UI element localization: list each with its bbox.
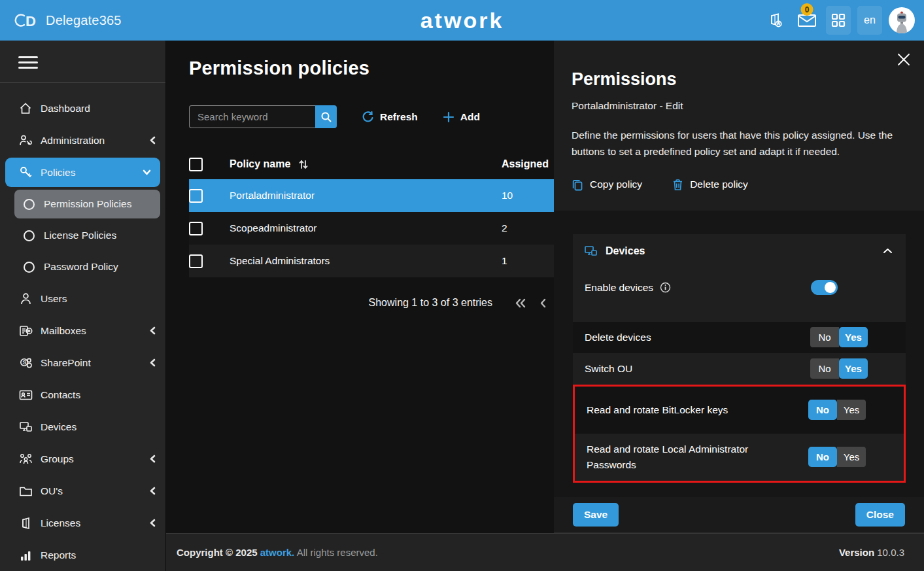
sharepoint-icon: S xyxy=(18,356,33,370)
table-row[interactable]: Portaladministrator 10 xyxy=(189,179,554,212)
yes-button[interactable]: Yes xyxy=(839,358,868,379)
groups-icon xyxy=(18,453,33,465)
yes-button[interactable]: Yes xyxy=(839,327,868,347)
search-input[interactable] xyxy=(189,105,315,128)
delete-policy-button[interactable]: Delete policy xyxy=(672,179,748,191)
switch-ou-row: Switch OU No Yes xyxy=(573,353,906,385)
save-button[interactable]: Save xyxy=(573,503,619,527)
radio-circle-icon xyxy=(24,199,35,210)
atwork-link[interactable]: atwork. xyxy=(260,547,295,558)
contact-card-icon xyxy=(18,389,33,401)
user-icon xyxy=(18,292,33,305)
pagination-prev-icon[interactable] xyxy=(539,298,546,308)
close-button[interactable]: Close xyxy=(855,503,905,527)
select-all-checkbox[interactable] xyxy=(189,158,203,171)
sidebar-item-groups[interactable]: Groups xyxy=(0,443,165,475)
row-checkbox[interactable] xyxy=(189,254,203,268)
laps-segmented: No Yes xyxy=(808,447,866,467)
atwork-logo: atwork xyxy=(420,8,504,33)
chevron-left-icon xyxy=(149,326,156,335)
switch-ou-segmented: No Yes xyxy=(810,358,868,379)
no-button[interactable]: No xyxy=(810,327,839,347)
no-button[interactable]: No xyxy=(808,400,837,420)
chevron-up-icon xyxy=(883,247,893,254)
refresh-button[interactable]: Refresh xyxy=(362,111,418,123)
column-assigned: Assigned xyxy=(502,158,554,170)
apps-grid-button[interactable] xyxy=(826,6,851,35)
sidebar-item-licenses[interactable]: Licenses xyxy=(0,507,165,539)
sidebar-item-sharepoint[interactable]: S SharePoint xyxy=(0,347,165,379)
switch-ou-label: Switch OU xyxy=(585,361,632,376)
sort-icon[interactable] xyxy=(298,159,309,170)
panel-title: Permissions xyxy=(572,69,906,90)
yes-button[interactable]: Yes xyxy=(837,400,866,420)
folder-icon xyxy=(18,485,33,497)
key-icon xyxy=(18,165,33,179)
entries-summary: Showing 1 to 3 of 3 entries xyxy=(369,297,492,309)
search-button[interactable] xyxy=(315,105,337,128)
app-brand[interactable]: D Delegate365 xyxy=(13,10,122,30)
bitlocker-keys-segmented: No Yes xyxy=(808,400,866,420)
sidebar-item-reports[interactable]: Reports xyxy=(0,539,165,571)
reports-icon xyxy=(18,549,33,561)
sidebar-item-ous[interactable]: OU's xyxy=(0,475,165,507)
enable-devices-toggle[interactable] xyxy=(811,280,838,295)
office-portal-icon xyxy=(767,12,784,29)
chevron-down-icon xyxy=(143,169,151,176)
brand-name: Delegate365 xyxy=(46,13,122,28)
delete-devices-row: Delete devices No Yes xyxy=(573,322,906,353)
devices-icon xyxy=(18,421,33,433)
sidebar-item-dashboard[interactable]: Dashboard xyxy=(0,92,165,124)
add-button[interactable]: Add xyxy=(443,111,480,123)
bitlocker-keys-row: Read and rotate BitLocker keys No Yes xyxy=(575,387,904,434)
no-button[interactable]: No xyxy=(810,358,839,379)
page-title: Permission policies xyxy=(189,58,554,79)
copy-icon xyxy=(572,179,583,191)
search-icon xyxy=(320,111,332,123)
sidebar-item-contacts[interactable]: Contacts xyxy=(0,379,165,411)
devices-card: Devices Enable devices D xyxy=(573,234,906,483)
user-avatar[interactable] xyxy=(889,7,915,33)
menu-toggle-button[interactable] xyxy=(18,56,38,72)
search-group xyxy=(189,105,337,128)
plus-icon xyxy=(443,111,454,123)
bitlocker-keys-label: Read and rotate BitLocker keys xyxy=(587,402,728,417)
cloud-logo-icon: D xyxy=(13,10,39,30)
copyright-text: Copyright © 2025 atwork. All rights rese… xyxy=(177,547,378,558)
office-portal-button[interactable] xyxy=(763,6,788,35)
table-row[interactable]: Special Administrators 1 xyxy=(189,245,554,277)
sidebar-subitem-permission-policies[interactable]: Permission Policies xyxy=(14,190,160,218)
devices-section-header[interactable]: Devices xyxy=(573,234,906,268)
devices-icon xyxy=(584,245,598,257)
panel-subtitle: Portaladministrator - Edit xyxy=(572,100,906,112)
enable-devices-row: Enable devices xyxy=(573,272,906,303)
sidebar-subitem-license-policies[interactable]: License Policies xyxy=(14,221,160,250)
row-checkbox[interactable] xyxy=(189,189,203,203)
sidebar-item-policies[interactable]: Policies xyxy=(5,158,160,187)
messages-button[interactable]: 0 xyxy=(795,6,819,35)
chevron-left-icon xyxy=(149,136,156,145)
permissions-panel: Permissions Portaladministrator - Edit D… xyxy=(554,41,924,533)
radio-circle-icon xyxy=(24,230,35,241)
mailbox-icon xyxy=(18,324,33,337)
yes-button[interactable]: Yes xyxy=(837,447,866,467)
page-footer: Copyright © 2025 atwork. All rights rese… xyxy=(166,533,924,571)
delete-devices-segmented: No Yes xyxy=(810,327,868,347)
svg-text:D: D xyxy=(26,13,36,29)
sidebar-item-devices[interactable]: Devices xyxy=(0,411,165,443)
language-selector[interactable]: en xyxy=(857,6,882,35)
topbar: D Delegate365 atwork 0 xyxy=(0,0,924,41)
sidebar-subitem-password-policy[interactable]: Password Policy xyxy=(14,252,160,281)
sidebar-item-users[interactable]: Users xyxy=(0,283,165,315)
sidebar-item-mailboxes[interactable]: Mailboxes xyxy=(0,315,165,347)
sidebar-divider xyxy=(0,82,165,83)
pagination-first-icon[interactable] xyxy=(515,298,526,308)
sidebar-item-administration[interactable]: Administration xyxy=(0,124,165,156)
enable-devices-label: Enable devices xyxy=(585,282,653,293)
close-icon[interactable] xyxy=(897,52,911,67)
table-row[interactable]: Scopeadministrator 2 xyxy=(189,212,554,245)
no-button[interactable]: No xyxy=(808,447,837,467)
info-icon[interactable] xyxy=(660,282,671,293)
copy-policy-button[interactable]: Copy policy xyxy=(572,179,642,191)
row-checkbox[interactable] xyxy=(189,222,203,235)
